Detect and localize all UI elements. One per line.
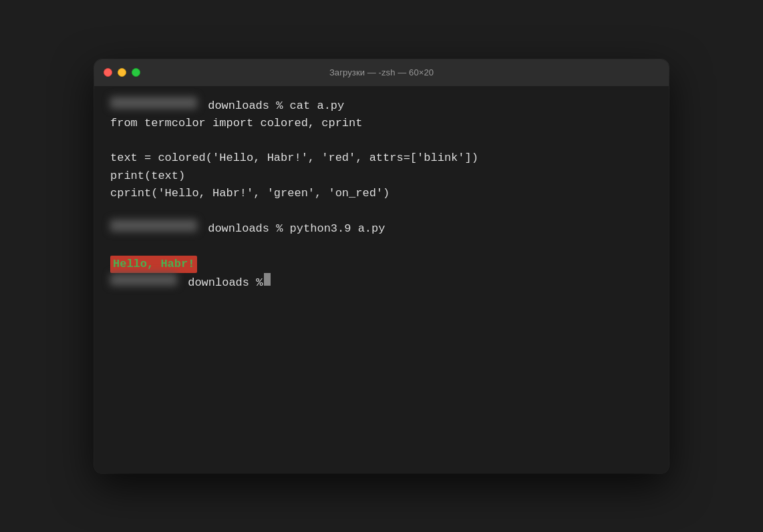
blurred-username-3 <box>110 274 177 286</box>
blurred-username-1 <box>110 97 197 109</box>
terminal-line-5: print(text) <box>110 168 653 185</box>
window-title: Загрузки — -zsh — 60×20 <box>329 67 434 77</box>
terminal-window: Загрузки — -zsh — 60×20 downloads % cat … <box>94 59 669 473</box>
empty-line-1 <box>110 132 653 150</box>
empty-line-3 <box>110 238 653 256</box>
traffic-lights <box>104 68 140 77</box>
terminal-body[interactable]: downloads % cat a.py from termcolor impo… <box>94 86 669 473</box>
minimize-button[interactable] <box>118 68 126 77</box>
hello-output: Hello, Habr! <box>110 256 197 273</box>
terminal-line-10: Hello, Habr! <box>110 256 653 273</box>
close-button[interactable] <box>104 68 112 77</box>
terminal-line-11: downloads % <box>110 273 653 292</box>
maximize-button[interactable] <box>132 68 140 77</box>
titlebar: Загрузки — -zsh — 60×20 <box>94 59 669 86</box>
cursor <box>264 273 271 286</box>
terminal-line-2: from termcolor import colored, cprint <box>110 115 653 132</box>
code-line-6: cprint('Hello, Habr!', 'green', 'on_red'… <box>110 185 390 202</box>
empty-line-2 <box>110 202 653 220</box>
prompt-2: downloads % python3.9 a.py <box>201 220 385 238</box>
terminal-line-6: cprint('Hello, Habr!', 'green', 'on_red'… <box>110 185 653 202</box>
code-line-2: from termcolor import colored, cprint <box>110 115 362 132</box>
terminal-line-8: downloads % python3.9 a.py <box>110 220 653 238</box>
terminal-line-1: downloads % cat a.py <box>110 97 653 115</box>
prompt-1: downloads % cat a.py <box>201 97 344 115</box>
terminal-line-4: text = colored('Hello, Habr!', 'red', at… <box>110 150 653 167</box>
blurred-username-2 <box>110 220 197 232</box>
code-line-4: text = colored('Hello, Habr!', 'red', at… <box>110 150 478 167</box>
prompt-3: downloads % <box>181 274 263 292</box>
code-line-5: print(text) <box>110 168 185 185</box>
